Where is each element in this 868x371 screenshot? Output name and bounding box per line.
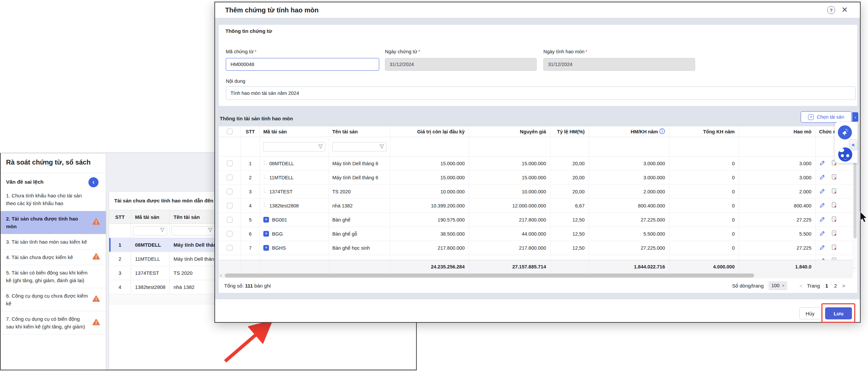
cell-remaining-value: 217.800.000 <box>390 241 469 255</box>
cell-hm-year: 800.400.000 <box>589 199 669 213</box>
bg-cell-code: 1374TEST <box>131 266 169 280</box>
cell-rate: 12,50 <box>550 241 589 255</box>
asset-table-row[interactable]: 211MTDELLMáy tính Dell tháng 615.000.000… <box>219 171 852 185</box>
edit-icon <box>819 230 826 237</box>
edit-row-button[interactable] <box>819 174 826 181</box>
horizontal-scrollbar[interactable]: < <box>219 273 852 278</box>
scroll-down-arrow[interactable]: ˇ <box>854 268 855 272</box>
cell-name: Máy tính Dell tháng 6 <box>329 171 390 184</box>
sidebar-issue-item-1[interactable]: 1. Chưa tính khấu hao cho tài sản theo c… <box>1 188 106 211</box>
mouse-cursor <box>860 212 868 223</box>
cell-original-cost: 217.800.000 <box>469 241 550 255</box>
remove-row-button[interactable] <box>831 244 837 252</box>
remove-row-button[interactable] <box>831 174 837 181</box>
remove-icon <box>831 202 837 209</box>
cell-original-cost: 15.000.000 <box>469 171 550 184</box>
edit-row-button[interactable] <box>819 244 826 252</box>
edit-row-button[interactable] <box>819 202 826 210</box>
edit-icon <box>819 188 826 194</box>
close-icon[interactable]: ✕ <box>841 5 848 14</box>
edit-row-button[interactable] <box>819 160 826 167</box>
modal-titlebar: Thêm chứng từ tính hao mòn ? ✕ <box>215 2 860 18</box>
cell-original-cost: 10.000.000 <box>469 185 550 198</box>
side-expand-tab[interactable]: › <box>852 112 858 122</box>
edit-row-button[interactable] <box>819 188 826 195</box>
col-total-kh-year: Tổng KH năm <box>669 126 739 137</box>
assistant-avatar[interactable] <box>838 148 852 161</box>
row-checkbox[interactable] <box>227 245 232 251</box>
col-code: Mã tài sản <box>260 126 329 137</box>
edit-row-button[interactable] <box>819 216 826 223</box>
page-size-select[interactable]: 100 ˅ <box>769 281 787 290</box>
remove-row-button[interactable] <box>831 202 837 210</box>
code-input[interactable]: HM000048 <box>226 58 379 71</box>
col-stt: STT <box>241 126 260 137</box>
remove-icon <box>831 174 837 180</box>
funnel-icon[interactable] <box>208 227 213 234</box>
page-label: Trang <box>807 283 820 288</box>
cell-accumulated: 2.000 <box>739 185 816 198</box>
sidebar-issue-item-4[interactable]: 4. Tài sản chưa được kiểm kê <box>1 250 106 265</box>
asset-table-row[interactable]: 7+BGHSBàn ghế học sinh217.800.000217.800… <box>219 241 852 255</box>
asset-table-row[interactable]: 31374TESTTS 202010.000.00010.000.00020,0… <box>219 185 852 199</box>
asset-table-row[interactable]: 6+BGGBàn ghế gỗ38.500.00044.000.00012,50… <box>219 227 852 241</box>
cancel-button[interactable]: Hủy <box>799 307 821 319</box>
cell-name: TS 2020 <box>329 185 390 198</box>
row-checkbox[interactable] <box>227 231 232 237</box>
prev-page-button[interactable]: < <box>799 283 802 288</box>
edit-icon <box>819 216 826 222</box>
remove-row-button[interactable] <box>831 188 837 195</box>
section-asset-info: Thông tin tài sản tính hao mòn <box>220 116 293 121</box>
bg-filter-name-input[interactable] <box>172 226 215 236</box>
asset-table-row[interactable]: 5+BG001Bàn ghế190.575.000217.800.00012,5… <box>219 213 852 227</box>
horizontal-scroll-thumb[interactable] <box>225 274 754 278</box>
row-checkbox[interactable] <box>227 217 232 222</box>
issues-section-title: Vấn đề sai lệch <box>6 179 43 185</box>
code-label: Mã chứng từ* <box>226 49 257 54</box>
row-checkbox[interactable] <box>227 160 232 166</box>
total-hm-year: 1.844.022.716 <box>589 260 669 273</box>
sidebar-issue-item-2[interactable]: 2. Tài sản chưa được tính hao mòn <box>1 211 106 234</box>
filter-code-input[interactable] <box>263 142 325 152</box>
remove-icon <box>831 244 837 251</box>
sidebar-issue-item-3[interactable]: 3. Tài sản tính hao mòn sau kiểm kê <box>1 234 106 250</box>
bg-filter-code-input[interactable] <box>133 226 167 236</box>
expand-icon[interactable]: + <box>263 231 269 237</box>
issue-label: 2. Tài sản chưa được tính hao mòn <box>6 216 78 229</box>
funnel-icon[interactable] <box>160 227 165 234</box>
asset-table-row[interactable]: 41382test2808nhà 138210.399.200.00012.00… <box>219 199 852 213</box>
row-checkbox[interactable] <box>227 203 232 209</box>
select-all-checkbox[interactable] <box>227 129 232 134</box>
sidebar-issue-item-6[interactable]: 6. Công cụ dụng cụ chưa được kiểm kê <box>1 288 106 311</box>
app-window-bottom-border <box>0 370 416 370</box>
filter-name-input[interactable] <box>332 142 386 152</box>
cell-stt: 2 <box>241 171 260 184</box>
widget-collapse-button[interactable]: « <box>849 140 858 150</box>
asset-table-row[interactable]: 108MTDELLMáy tính Dell tháng 615.000.000… <box>219 156 852 171</box>
help-icon[interactable]: ? <box>827 6 835 14</box>
select-asset-button[interactable]: + Chọn tài sản <box>801 111 851 123</box>
announcement-button[interactable] <box>838 125 852 140</box>
next-page-button[interactable]: > <box>842 283 845 288</box>
row-checkbox[interactable] <box>227 175 232 180</box>
remove-row-button[interactable] <box>831 216 837 223</box>
chevron-left-icon: ‹ <box>92 179 94 186</box>
page-2-button[interactable]: 2 <box>834 283 837 288</box>
page-1-button[interactable]: 1 <box>826 283 828 288</box>
sidebar-issue-item-7[interactable]: 7. Công cụ dụng cụ có biến động sau khi … <box>1 311 106 335</box>
cell-code: 1374TEST <box>260 185 329 198</box>
megaphone-icon <box>841 129 848 136</box>
edit-row-button[interactable] <box>819 230 826 238</box>
sidebar-issue-item-5[interactable]: 5. Tài sản có biến động sau khi kiểm kê … <box>1 265 106 288</box>
expand-icon[interactable]: + <box>263 245 269 251</box>
cell-accumulated: 800.400 <box>739 199 816 213</box>
remove-row-button[interactable] <box>831 230 837 238</box>
cell-remaining-value: 10.000.000 <box>390 185 469 198</box>
row-checkbox[interactable] <box>227 189 232 194</box>
dep-date-input: 31/12/2024 <box>544 58 695 71</box>
vertical-scroll-thumb[interactable] <box>854 151 857 238</box>
content-input[interactable]: Tính hao mòn tài sản năm 2024 <box>226 87 856 100</box>
collapse-sidebar-button[interactable]: ‹ <box>88 177 98 187</box>
expand-icon[interactable]: + <box>263 217 269 222</box>
scroll-left-arrow[interactable]: < <box>220 273 222 278</box>
